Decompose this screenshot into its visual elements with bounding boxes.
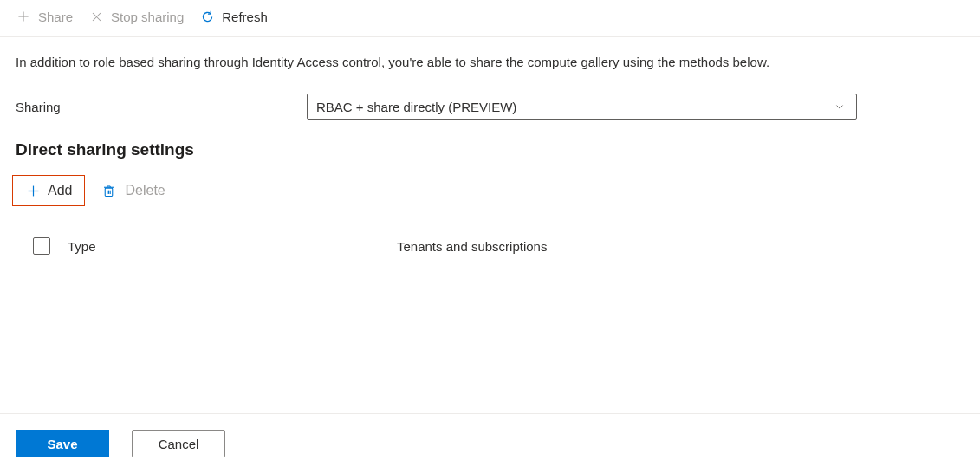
sharing-dropdown-value: RBAC + share directly (PREVIEW) xyxy=(316,100,516,114)
trash-icon xyxy=(101,183,116,198)
select-all-column xyxy=(16,237,68,255)
add-button[interactable]: Add xyxy=(12,175,85,206)
add-label: Add xyxy=(48,183,72,198)
description-text: In addition to role based sharing throug… xyxy=(0,37,980,69)
share-label: Share xyxy=(38,10,73,24)
direct-sharing-heading: Direct sharing settings xyxy=(0,120,980,159)
chevron-down-icon xyxy=(832,99,847,114)
stop-sharing-button[interactable]: Stop sharing xyxy=(88,9,184,24)
refresh-button[interactable]: Refresh xyxy=(199,9,268,24)
stop-sharing-label: Stop sharing xyxy=(111,10,184,24)
select-all-checkbox[interactable] xyxy=(33,237,50,255)
sharing-dropdown[interactable]: RBAC + share directly (PREVIEW) xyxy=(307,94,857,120)
close-icon xyxy=(88,9,104,24)
toolbar: Share Stop sharing Refresh xyxy=(0,0,980,37)
share-button[interactable]: Share xyxy=(16,9,73,24)
refresh-icon xyxy=(199,9,215,24)
plus-icon xyxy=(16,9,31,24)
cancel-button[interactable]: Cancel xyxy=(132,430,225,457)
plus-icon xyxy=(25,183,41,198)
column-type[interactable]: Type xyxy=(68,239,397,254)
column-tenants[interactable]: Tenants and subscriptions xyxy=(397,239,964,254)
table-header: Type Tenants and subscriptions xyxy=(16,237,964,269)
sharing-row: Sharing RBAC + share directly (PREVIEW) xyxy=(0,69,980,120)
refresh-label: Refresh xyxy=(222,10,268,24)
sharing-label: Sharing xyxy=(16,100,307,114)
delete-label: Delete xyxy=(125,183,165,198)
footer: Save Cancel xyxy=(0,413,980,473)
delete-button[interactable]: Delete xyxy=(92,176,173,205)
action-row: Add Delete xyxy=(0,159,980,206)
save-button[interactable]: Save xyxy=(16,430,109,457)
